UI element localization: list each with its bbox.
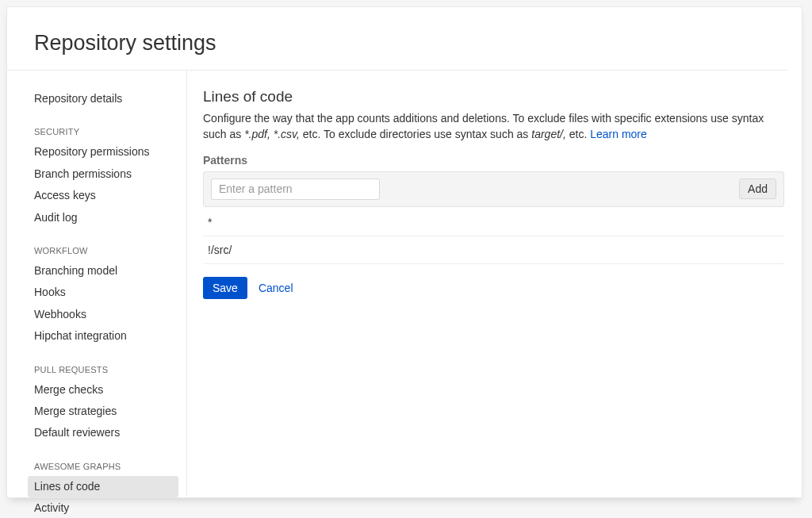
save-button[interactable]: Save (203, 277, 247, 299)
sidebar-group-title-security: SECURITY (28, 121, 178, 141)
sidebar-item-audit-log[interactable]: Audit log (28, 207, 178, 228)
pattern-input[interactable] (211, 178, 380, 200)
pattern-list: * !/src/ (203, 209, 784, 264)
sidebar-group-workflow: WORKFLOW Branching model Hooks Webhooks … (28, 240, 178, 347)
patterns-input-row: Add (203, 171, 784, 207)
sidebar-group-top: Repository details (28, 88, 178, 109)
sidebar-item-access-keys[interactable]: Access keys (28, 185, 178, 206)
pattern-row: !/src/ (203, 236, 784, 264)
sidebar-group-awesome-graphs: AWESOME GRAPHS Lines of code Activity (28, 455, 178, 518)
sidebar-item-repository-permissions[interactable]: Repository permissions (28, 141, 178, 163)
sidebar-item-activity[interactable]: Activity (28, 497, 178, 518)
sidebar: Repository details SECURITY Repository p… (7, 71, 187, 496)
settings-card: Repository settings Repository details S… (6, 6, 802, 498)
sidebar-group-title-pull-requests: PULL REQUESTS (28, 359, 178, 379)
page-title: Repository settings (7, 7, 787, 71)
button-row: Save Cancel (203, 277, 784, 299)
sidebar-item-merge-checks[interactable]: Merge checks (28, 379, 178, 401)
sidebar-group-pull-requests: PULL REQUESTS Merge checks Merge strateg… (28, 359, 178, 444)
sidebar-item-hooks[interactable]: Hooks (28, 282, 178, 303)
sidebar-item-webhooks[interactable]: Webhooks (28, 304, 178, 325)
cancel-link[interactable]: Cancel (259, 282, 293, 294)
add-button[interactable]: Add (739, 178, 776, 199)
main-description: Configure the way that the app counts ad… (203, 110, 784, 143)
learn-more-link[interactable]: Learn more (590, 128, 647, 140)
sidebar-item-repository-details[interactable]: Repository details (28, 88, 178, 109)
sidebar-item-lines-of-code[interactable]: Lines of code (28, 476, 178, 497)
sidebar-item-branch-permissions[interactable]: Branch permissions (28, 163, 178, 185)
body: Repository details SECURITY Repository p… (7, 71, 802, 496)
sidebar-item-merge-strategies[interactable]: Merge strategies (28, 401, 178, 422)
sidebar-group-title-awesome-graphs: AWESOME GRAPHS (28, 455, 178, 476)
sidebar-item-default-reviewers[interactable]: Default reviewers (28, 422, 178, 443)
patterns-label: Patterns (203, 154, 784, 167)
main-heading: Lines of code (203, 88, 784, 106)
sidebar-group-title-workflow: WORKFLOW (28, 240, 178, 260)
pattern-row: * (203, 209, 784, 236)
sidebar-item-hipchat-integration[interactable]: Hipchat integration (28, 325, 178, 347)
sidebar-group-security: SECURITY Repository permissions Branch p… (28, 121, 178, 228)
sidebar-item-branching-model[interactable]: Branching model (28, 260, 178, 282)
main-content: Lines of code Configure the way that the… (187, 71, 802, 496)
